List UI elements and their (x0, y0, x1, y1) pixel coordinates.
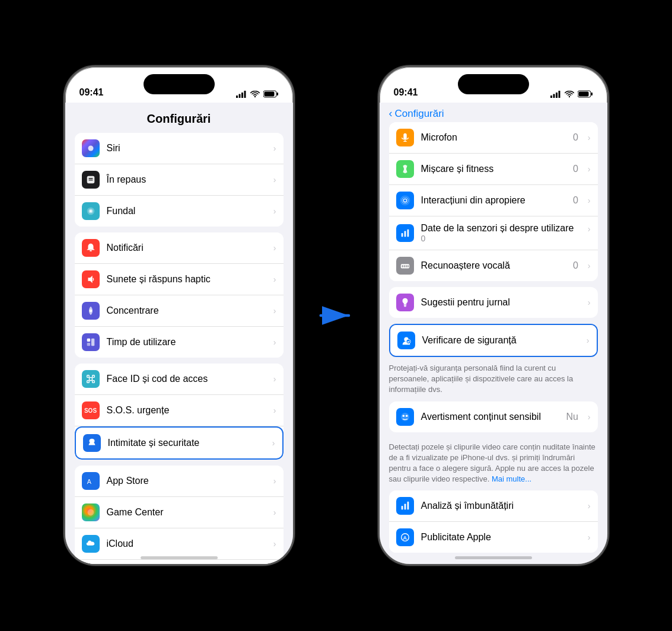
svg-point-61 (405, 415, 407, 417)
battery-icon-right (578, 90, 593, 98)
time-right: 09:41 (394, 87, 418, 99)
svg-rect-2 (241, 93, 243, 98)
date-main-label: Date de la senzori și despre utilizare (421, 223, 581, 234)
back-label: Configurări (395, 108, 444, 120)
siri-icon (82, 139, 100, 157)
status-icons-left (236, 90, 279, 99)
sos-label: S.O.S. urgențe (107, 405, 266, 416)
svg-rect-22 (92, 375, 94, 378)
home-indicator-right (455, 556, 532, 559)
recunoastere-chevron: › (588, 261, 591, 270)
svg-rect-6 (276, 93, 278, 95)
intimitate-chevron: › (272, 438, 275, 448)
interactiuni-label: Interacțiuni din apropiere (421, 195, 566, 206)
recunoastere-row[interactable]: Recunoaștere vocală 0 › (389, 250, 598, 281)
gamecenter-label: Game Center (107, 507, 266, 518)
timp-row[interactable]: Timp de utilizare › (75, 327, 284, 358)
wifi-icon-right (565, 91, 574, 98)
appstore-chevron: › (273, 476, 276, 486)
sunete-row[interactable]: Sunete și răspuns haptic › (75, 264, 284, 295)
svg-point-14 (90, 210, 92, 212)
svg-rect-7 (264, 92, 274, 97)
svg-point-4 (254, 95, 255, 97)
svg-rect-36 (558, 91, 560, 98)
verificare-row[interactable]: Verificare de siguranță › (390, 325, 597, 356)
status-icons-right (550, 90, 593, 99)
siri-row[interactable]: Siri › (75, 133, 284, 164)
repaus-icon (82, 171, 100, 189)
gamecenter-row[interactable]: Game Center › (75, 497, 284, 528)
svg-point-8 (88, 146, 93, 151)
date-label-multi: Date de la senzori și despre utilizare 0 (421, 223, 581, 243)
microfon-value: 0 (573, 132, 578, 143)
back-button[interactable]: ‹ Configurări (380, 103, 607, 122)
svg-point-44 (403, 199, 406, 202)
svg-rect-52 (403, 265, 405, 267)
concentrare-row[interactable]: Concentrare › (75, 295, 284, 327)
portofel-row[interactable]: Portofel și Apple Pay › (75, 560, 284, 564)
section-3-left: Face ID și cod de acces › SOS S.O.S. urg… (75, 364, 284, 460)
analiza-chevron: › (588, 501, 591, 511)
repaus-row[interactable]: În repaus › (75, 164, 284, 196)
appstore-label: App Store (107, 476, 266, 486)
verificare-icon (397, 332, 415, 349)
fundal-row[interactable]: Fundal › (75, 196, 284, 227)
svg-point-45 (402, 197, 408, 204)
icloud-label: iCloud (107, 538, 266, 549)
avertisment-row[interactable]: Avertisment conținut sensibil Nu › (389, 401, 598, 432)
microfon-label: Microfon (421, 132, 566, 143)
publicitate-row[interactable]: A Publicitate Apple › (389, 522, 598, 553)
appstore-row[interactable]: A App Store › (75, 466, 284, 497)
svg-rect-24 (92, 381, 94, 383)
interactiuni-value: 0 (573, 195, 578, 206)
time-left: 09:41 (79, 87, 104, 99)
fundal-chevron: › (273, 206, 276, 216)
date-icon (396, 224, 414, 242)
sos-row[interactable]: SOS S.O.S. urgențe › (75, 395, 284, 426)
sugestii-row[interactable]: Sugestii pentru jurnal › (389, 287, 598, 318)
recunoastere-value: 0 (573, 260, 578, 271)
fundal-label: Fundal (107, 206, 266, 216)
interactiuni-row[interactable]: Interacțiuni din apropiere 0 › (389, 185, 598, 216)
svg-rect-54 (407, 265, 409, 267)
rsection-3-wrapper: Verificare de siguranță › (389, 324, 598, 357)
miscare-row[interactable]: Mișcare și fitness 0 › (389, 154, 598, 185)
svg-rect-15 (90, 250, 92, 251)
svg-point-37 (568, 95, 569, 97)
svg-rect-48 (404, 231, 406, 237)
rsection-4: Avertisment conținut sensibil Nu › (389, 401, 598, 432)
intimitate-row[interactable]: Intimitate și securitate › (75, 426, 284, 460)
svg-rect-55 (403, 305, 406, 305)
recunoastere-label: Recunoaștere vocală (421, 260, 566, 271)
svg-rect-47 (401, 233, 403, 237)
analiza-row[interactable]: Analiză și îmbunătățiri › (389, 490, 598, 522)
svg-rect-21 (87, 375, 89, 378)
svg-rect-63 (404, 504, 406, 510)
svg-rect-33 (550, 95, 552, 98)
notificari-row[interactable]: Notificări › (75, 232, 284, 264)
svg-rect-3 (244, 91, 246, 98)
svg-rect-40 (578, 92, 588, 97)
faceid-icon (82, 370, 100, 388)
analiza-icon (396, 497, 414, 515)
right-phone: 09:41 (378, 65, 609, 566)
faceid-label: Face ID și cod de acces (107, 374, 266, 384)
svg-point-27 (87, 509, 94, 516)
sunete-label: Sunete și răspuns haptic (107, 274, 266, 285)
icloud-row[interactable]: iCloud › (75, 528, 284, 560)
fundal-icon (82, 202, 100, 220)
miscare-label: Mișcare și fitness (421, 164, 566, 174)
appstore-icon: A (82, 472, 100, 490)
svg-rect-51 (402, 265, 403, 267)
svg-rect-20 (91, 339, 94, 346)
rsection-5: Analiză și îmbunătățiri › A Publicitate … (389, 490, 598, 553)
battery-icon (263, 90, 279, 98)
notificari-chevron: › (273, 243, 276, 253)
faceid-row[interactable]: Face ID și cod de acces › (75, 364, 284, 395)
mai-multe-link[interactable]: Mai multe... (492, 474, 531, 483)
gamecenter-icon (82, 503, 100, 521)
left-phone: 09:41 (63, 65, 295, 566)
date-row[interactable]: Date de la senzori și despre utilizare 0… (389, 216, 598, 250)
microfon-row[interactable]: Microfon 0 › (389, 122, 598, 154)
section-2-left: Notificări › Sunete și răspuns haptic › … (75, 232, 284, 358)
